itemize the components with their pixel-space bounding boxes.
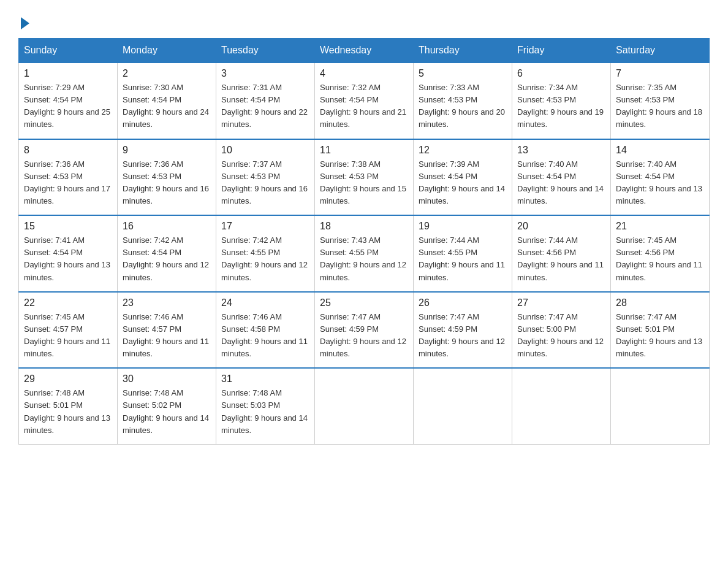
calendar-weekday-sunday: Sunday: [19, 39, 118, 63]
calendar-day-cell: 4 Sunrise: 7:32 AMSunset: 4:54 PMDayligh…: [315, 63, 414, 139]
day-number: 14: [616, 145, 704, 156]
day-info: Sunrise: 7:41 AMSunset: 4:54 PMDaylight:…: [24, 234, 112, 284]
day-info: Sunrise: 7:37 AMSunset: 4:53 PMDaylight:…: [221, 158, 309, 208]
calendar-day-cell: 2 Sunrise: 7:30 AMSunset: 4:54 PMDayligh…: [118, 63, 216, 139]
day-info: Sunrise: 7:47 AMSunset: 4:59 PMDaylight:…: [419, 311, 507, 361]
calendar-week-row: 29 Sunrise: 7:48 AMSunset: 5:01 PMDaylig…: [19, 368, 710, 444]
calendar-day-cell: 22 Sunrise: 7:45 AMSunset: 4:57 PMDaylig…: [19, 292, 118, 369]
day-info: Sunrise: 7:36 AMSunset: 4:53 PMDaylight:…: [24, 158, 112, 208]
calendar-week-row: 1 Sunrise: 7:29 AMSunset: 4:54 PMDayligh…: [19, 63, 710, 139]
day-info: Sunrise: 7:38 AMSunset: 4:53 PMDaylight:…: [320, 158, 408, 208]
day-number: 9: [123, 145, 211, 156]
day-info: Sunrise: 7:40 AMSunset: 4:54 PMDaylight:…: [616, 158, 704, 208]
calendar-day-cell: 14 Sunrise: 7:40 AMSunset: 4:54 PMDaylig…: [611, 139, 710, 216]
day-info: Sunrise: 7:47 AMSunset: 5:00 PMDaylight:…: [517, 311, 605, 361]
day-info: Sunrise: 7:45 AMSunset: 4:56 PMDaylight:…: [616, 234, 704, 284]
day-info: Sunrise: 7:46 AMSunset: 4:58 PMDaylight:…: [221, 311, 309, 361]
day-info: Sunrise: 7:42 AMSunset: 4:55 PMDaylight:…: [221, 234, 309, 284]
calendar-day-cell: 30 Sunrise: 7:48 AMSunset: 5:02 PMDaylig…: [118, 368, 216, 444]
calendar-day-cell: 21 Sunrise: 7:45 AMSunset: 4:56 PMDaylig…: [611, 215, 710, 292]
calendar-day-cell: 26 Sunrise: 7:47 AMSunset: 4:59 PMDaylig…: [414, 292, 512, 369]
calendar-weekday-thursday: Thursday: [414, 39, 512, 63]
calendar-day-cell: 24 Sunrise: 7:46 AMSunset: 4:58 PMDaylig…: [216, 292, 315, 369]
day-info: Sunrise: 7:32 AMSunset: 4:54 PMDaylight:…: [320, 82, 408, 131]
day-number: 16: [123, 221, 211, 232]
calendar-day-cell: 7 Sunrise: 7:35 AMSunset: 4:53 PMDayligh…: [611, 63, 710, 139]
day-number: 19: [419, 221, 507, 232]
day-number: 18: [320, 221, 408, 232]
day-info: Sunrise: 7:43 AMSunset: 4:55 PMDaylight:…: [320, 234, 408, 284]
calendar-weekday-monday: Monday: [118, 39, 216, 63]
day-info: Sunrise: 7:45 AMSunset: 4:57 PMDaylight:…: [24, 311, 112, 361]
calendar-day-cell: 27 Sunrise: 7:47 AMSunset: 5:00 PMDaylig…: [512, 292, 611, 369]
calendar-header-row: SundayMondayTuesdayWednesdayThursdayFrid…: [19, 39, 710, 63]
day-number: 24: [221, 297, 309, 308]
day-info: Sunrise: 7:36 AMSunset: 4:53 PMDaylight:…: [123, 158, 211, 208]
day-number: 4: [320, 68, 408, 79]
calendar-week-row: 15 Sunrise: 7:41 AMSunset: 4:54 PMDaylig…: [19, 215, 710, 292]
day-number: 21: [616, 221, 704, 232]
day-info: Sunrise: 7:29 AMSunset: 4:54 PMDaylight:…: [24, 82, 112, 131]
day-number: 12: [419, 145, 507, 156]
day-number: 22: [24, 297, 112, 308]
calendar-weekday-friday: Friday: [512, 39, 611, 63]
day-info: Sunrise: 7:31 AMSunset: 4:54 PMDaylight:…: [221, 82, 309, 131]
calendar-day-cell: 29 Sunrise: 7:48 AMSunset: 5:01 PMDaylig…: [19, 368, 118, 444]
calendar-day-cell: 9 Sunrise: 7:36 AMSunset: 4:53 PMDayligh…: [118, 139, 216, 216]
day-number: 28: [616, 297, 704, 308]
calendar-day-cell: 11 Sunrise: 7:38 AMSunset: 4:53 PMDaylig…: [315, 139, 414, 216]
day-number: 8: [24, 145, 112, 156]
day-number: 1: [24, 68, 112, 79]
day-info: Sunrise: 7:35 AMSunset: 4:53 PMDaylight:…: [616, 82, 704, 131]
calendar-week-row: 8 Sunrise: 7:36 AMSunset: 4:53 PMDayligh…: [19, 139, 710, 216]
calendar-day-cell: 19 Sunrise: 7:44 AMSunset: 4:55 PMDaylig…: [414, 215, 512, 292]
calendar-day-cell: [414, 368, 512, 444]
calendar-day-cell: 3 Sunrise: 7:31 AMSunset: 4:54 PMDayligh…: [216, 63, 315, 139]
day-number: 13: [517, 145, 605, 156]
day-number: 10: [221, 145, 309, 156]
day-number: 7: [616, 68, 704, 79]
calendar-weekday-wednesday: Wednesday: [315, 39, 414, 63]
day-info: Sunrise: 7:48 AMSunset: 5:02 PMDaylight:…: [123, 387, 211, 437]
day-number: 23: [123, 297, 211, 308]
day-number: 25: [320, 297, 408, 308]
logo: [18, 16, 29, 27]
day-number: 2: [123, 68, 211, 79]
day-number: 30: [123, 373, 211, 385]
calendar-day-cell: 17 Sunrise: 7:42 AMSunset: 4:55 PMDaylig…: [216, 215, 315, 292]
day-info: Sunrise: 7:40 AMSunset: 4:54 PMDaylight:…: [517, 158, 605, 208]
calendar-day-cell: 1 Sunrise: 7:29 AMSunset: 4:54 PMDayligh…: [19, 63, 118, 139]
calendar-day-cell: 13 Sunrise: 7:40 AMSunset: 4:54 PMDaylig…: [512, 139, 611, 216]
day-info: Sunrise: 7:33 AMSunset: 4:53 PMDaylight:…: [419, 82, 507, 131]
day-number: 26: [419, 297, 507, 308]
day-info: Sunrise: 7:46 AMSunset: 4:57 PMDaylight:…: [123, 311, 211, 361]
day-number: 29: [24, 373, 112, 385]
calendar-day-cell: 15 Sunrise: 7:41 AMSunset: 4:54 PMDaylig…: [19, 215, 118, 292]
page-header: [18, 12, 710, 27]
calendar-day-cell: 12 Sunrise: 7:39 AMSunset: 4:54 PMDaylig…: [414, 139, 512, 216]
day-number: 17: [221, 221, 309, 232]
calendar-day-cell: 10 Sunrise: 7:37 AMSunset: 4:53 PMDaylig…: [216, 139, 315, 216]
day-number: 6: [517, 68, 605, 79]
calendar-day-cell: 28 Sunrise: 7:47 AMSunset: 5:01 PMDaylig…: [611, 292, 710, 369]
calendar-weekday-tuesday: Tuesday: [216, 39, 315, 63]
calendar-day-cell: 31 Sunrise: 7:48 AMSunset: 5:03 PMDaylig…: [216, 368, 315, 444]
day-info: Sunrise: 7:47 AMSunset: 5:01 PMDaylight:…: [616, 311, 704, 361]
day-info: Sunrise: 7:44 AMSunset: 4:55 PMDaylight:…: [419, 234, 507, 284]
calendar-day-cell: [315, 368, 414, 444]
calendar-day-cell: 16 Sunrise: 7:42 AMSunset: 4:54 PMDaylig…: [118, 215, 216, 292]
day-number: 5: [419, 68, 507, 79]
calendar-table: SundayMondayTuesdayWednesdayThursdayFrid…: [18, 38, 710, 445]
day-number: 3: [221, 68, 309, 79]
calendar-day-cell: 6 Sunrise: 7:34 AMSunset: 4:53 PMDayligh…: [512, 63, 611, 139]
day-info: Sunrise: 7:47 AMSunset: 4:59 PMDaylight:…: [320, 311, 408, 361]
calendar-day-cell: [611, 368, 710, 444]
calendar-day-cell: 8 Sunrise: 7:36 AMSunset: 4:53 PMDayligh…: [19, 139, 118, 216]
day-info: Sunrise: 7:39 AMSunset: 4:54 PMDaylight:…: [419, 158, 507, 208]
day-info: Sunrise: 7:48 AMSunset: 5:01 PMDaylight:…: [24, 387, 112, 437]
calendar-day-cell: 25 Sunrise: 7:47 AMSunset: 4:59 PMDaylig…: [315, 292, 414, 369]
logo-arrow-icon: [21, 17, 29, 29]
day-info: Sunrise: 7:48 AMSunset: 5:03 PMDaylight:…: [221, 387, 309, 437]
day-info: Sunrise: 7:42 AMSunset: 4:54 PMDaylight:…: [123, 234, 211, 284]
day-number: 15: [24, 221, 112, 232]
